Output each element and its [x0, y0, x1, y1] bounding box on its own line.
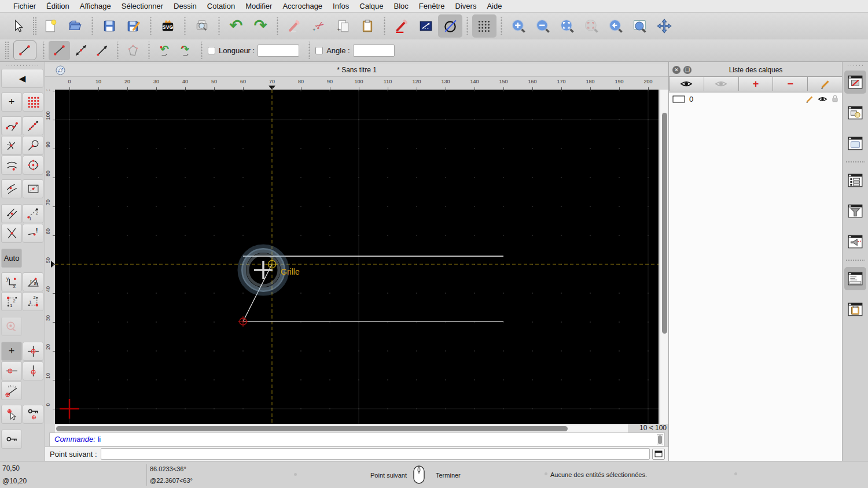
snap-back-button[interactable]: ◀	[1, 69, 43, 88]
angle-input[interactable]	[353, 45, 395, 57]
edit-layer-button[interactable]	[808, 76, 843, 91]
menu-item-accrochage[interactable]: Accrochage	[277, 2, 328, 10]
zoom-out-button[interactable]	[531, 14, 555, 38]
segment-undo-button[interactable]: ↶	[154, 41, 175, 60]
menu-item-modifier[interactable]: Modifier	[240, 2, 277, 10]
command-scrollbar[interactable]	[657, 434, 663, 445]
menu-item-fenetre[interactable]: Fenêtre	[414, 2, 450, 10]
add-layer-button[interactable]: +	[739, 76, 774, 91]
restrict-locked-button[interactable]	[1, 317, 22, 336]
segment-line-arrow-button[interactable]	[91, 41, 113, 60]
layer-row[interactable]: 0	[669, 93, 843, 105]
menu-item-fichier[interactable]: Fichier	[8, 2, 41, 10]
angle-checkbox[interactable]	[315, 47, 323, 54]
print-preview-button[interactable]	[190, 14, 214, 38]
snap-endpoints-button[interactable]	[1, 116, 22, 135]
select-tool-button[interactable]	[6, 14, 30, 38]
dock-drag-handle[interactable]	[847, 64, 864, 67]
menu-item-calque[interactable]: Calque	[354, 2, 388, 10]
zoom-auto-button[interactable]	[555, 14, 579, 38]
set-relative-zero-button[interactable]	[1, 405, 22, 424]
toolbar-drag-handle[interactable]	[5, 41, 9, 60]
toolbar-drag-handle[interactable]	[32, 17, 36, 35]
coord-cartesian-button[interactable]: yx	[1, 272, 22, 291]
hide-all-layers-button[interactable]	[704, 76, 739, 91]
paste-button[interactable]	[355, 14, 380, 38]
restrict-vertical-button[interactable]	[23, 361, 43, 380]
snap-tangent-button[interactable]	[1, 179, 22, 198]
ellipse-tool-button[interactable]	[438, 14, 462, 38]
snap-free-button[interactable]: +	[1, 93, 22, 112]
copy-button[interactable]: +	[331, 14, 355, 38]
snap-on-entity-button[interactable]	[23, 116, 43, 135]
menu-item-aide[interactable]: Aide	[481, 2, 507, 10]
dock-command-line-button[interactable]	[844, 267, 866, 290]
layer-lock-icon[interactable]	[831, 94, 839, 103]
snap-grid-button[interactable]	[23, 93, 43, 112]
horizontal-scrollbar-thumb[interactable]	[56, 426, 568, 431]
restrict-nothing-button[interactable]: +	[1, 342, 22, 361]
snap-reference-button[interactable]	[23, 179, 43, 198]
snap-nearest-button[interactable]	[1, 156, 22, 175]
current-tool-button[interactable]	[13, 40, 36, 60]
save-as-button[interactable]	[122, 14, 146, 38]
pan-button[interactable]	[652, 14, 676, 38]
command-input[interactable]	[101, 448, 650, 460]
menu-item-bloc[interactable]: Bloc	[388, 2, 413, 10]
corner-second-button[interactable]: 12	[23, 292, 43, 311]
segment-line-button[interactable]	[49, 41, 70, 60]
restrict-parallel-button[interactable]	[1, 204, 22, 223]
longueur-checkbox[interactable]	[208, 47, 215, 54]
snap-perpendicular-button[interactable]	[1, 136, 22, 155]
snap-auto-button[interactable]: Auto	[1, 249, 22, 268]
command-scrollbar-thumb[interactable]	[658, 435, 662, 444]
line-tool-button[interactable]	[414, 14, 438, 38]
snap-center-button[interactable]	[23, 156, 43, 175]
palette-drag-handle[interactable]	[5, 64, 41, 67]
command-history[interactable]: Commande: li	[49, 432, 665, 446]
zoom-in-button[interactable]	[506, 14, 531, 38]
menu-item-divers[interactable]: Divers	[450, 2, 482, 10]
draw-pencil-button[interactable]	[389, 14, 414, 38]
undo-button[interactable]: ↶	[224, 14, 248, 38]
cut-button[interactable]: ✂+	[307, 14, 331, 38]
remove-layer-button[interactable]: −	[773, 76, 808, 91]
dock-entity-list-button[interactable]	[844, 169, 866, 192]
restrict-orthogonal-button[interactable]	[23, 342, 43, 361]
corner-first-button[interactable]: 12	[1, 292, 22, 311]
show-all-layers-button[interactable]	[669, 76, 704, 91]
dock-layer-list-button[interactable]	[844, 71, 866, 94]
svg-export-button[interactable]: SVG	[156, 14, 180, 38]
dock-filter-button[interactable]	[844, 199, 866, 223]
command-window-button[interactable]	[652, 449, 665, 460]
zoom-selection-button[interactable]	[579, 14, 604, 38]
snap-tangent-circle-button[interactable]	[23, 136, 43, 155]
key-button[interactable]	[1, 430, 22, 449]
vertical-scrollbar-thumb[interactable]	[662, 113, 667, 334]
new-document-button[interactable]	[39, 14, 63, 38]
menu-item-edition[interactable]: Édition	[41, 2, 75, 10]
menu-item-selectionner[interactable]: Sélectionner	[116, 2, 168, 10]
vertical-scrollbar[interactable]	[660, 90, 668, 424]
menu-item-affichage[interactable]: Affichage	[75, 2, 116, 10]
menu-item-infos[interactable]: Infos	[328, 2, 354, 10]
dock-clipboard-button[interactable]	[844, 298, 866, 321]
redo-button[interactable]: ↷	[248, 14, 273, 38]
dock-block-list-button[interactable]	[844, 101, 866, 124]
longueur-input[interactable]	[258, 45, 299, 57]
dock-library-browser-button[interactable]	[844, 132, 866, 155]
drawing-canvas[interactable]: Grille	[55, 90, 659, 424]
segment-redo-button[interactable]: ↷	[175, 41, 197, 60]
open-file-button[interactable]	[63, 14, 87, 38]
layer-visible-icon[interactable]	[818, 95, 827, 103]
lock-relative-zero-button[interactable]	[23, 405, 43, 424]
menu-item-cotation[interactable]: Cotation	[202, 2, 240, 10]
zoom-previous-button[interactable]	[604, 14, 628, 38]
grid-toggle-button[interactable]	[472, 14, 496, 38]
angle-protractor-button[interactable]	[1, 381, 22, 400]
layer-edit-icon[interactable]	[805, 94, 814, 103]
save-button[interactable]	[97, 14, 122, 38]
snap-distance-button[interactable]: 12	[23, 204, 43, 223]
dock-command-echo-button[interactable]	[844, 230, 866, 253]
zoom-window-button[interactable]	[628, 14, 652, 38]
